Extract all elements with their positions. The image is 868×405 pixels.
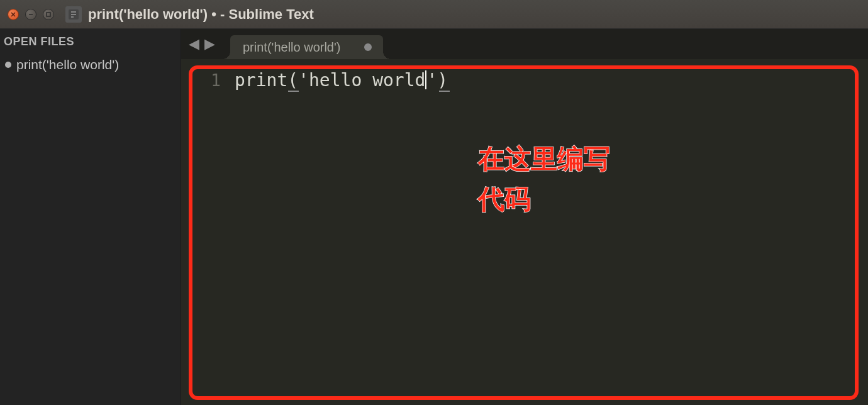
code-line[interactable]: print('hello world') [235, 69, 868, 92]
editor-tab[interactable]: print('hello world') [230, 35, 383, 59]
titlebar: print('hello world') • - Sublime Text [0, 0, 868, 29]
maximize-button[interactable] [43, 9, 54, 20]
open-file-item[interactable]: print('hello world') [0, 53, 181, 76]
editor-body[interactable]: 1 print('hello world') [181, 59, 868, 405]
code-area[interactable]: print('hello world') [235, 59, 868, 405]
nav-arrows: ◀ ▶ [189, 36, 215, 52]
window-controls [8, 9, 54, 20]
close-button[interactable] [8, 9, 19, 20]
open-file-label: print('hello world') [16, 57, 119, 72]
app-icon [65, 6, 82, 23]
dirty-indicator-icon [5, 62, 11, 68]
line-number: 1 [181, 69, 221, 92]
tabbar: ◀ ▶ print('hello world') [181, 29, 868, 59]
editor-section: ◀ ▶ print('hello world') 1 print('hello … [181, 29, 868, 405]
tab-label: print('hello world') [243, 40, 340, 55]
nav-forward-icon[interactable]: ▶ [204, 36, 215, 52]
gutter: 1 [181, 59, 235, 405]
window-title: print('hello world') • - Sublime Text [88, 6, 314, 23]
nav-back-icon[interactable]: ◀ [189, 36, 199, 52]
sidebar: OPEN FILES print('hello world') [0, 29, 181, 405]
tab-dirty-icon [364, 43, 372, 51]
minimize-button[interactable] [25, 9, 36, 20]
svg-rect-3 [47, 13, 50, 16]
main-area: OPEN FILES print('hello world') ◀ ▶ prin… [0, 29, 868, 405]
sidebar-header: OPEN FILES [0, 29, 181, 53]
